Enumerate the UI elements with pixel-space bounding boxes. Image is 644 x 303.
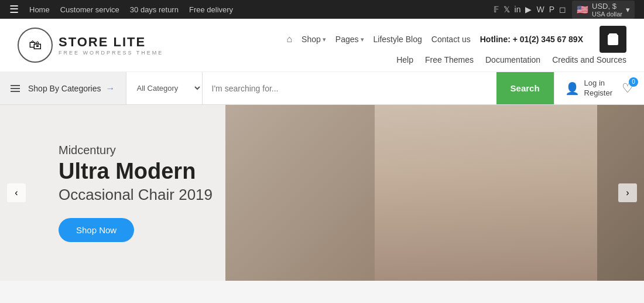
hero-banner: Midcentury Ultra Modern Occasional Chair… xyxy=(0,105,644,281)
social-icons: 𝔽 𝕏 in ▶ W P ◻ xyxy=(494,5,566,14)
search-bar-row: Shop By Categories → All Category Electr… xyxy=(0,72,644,105)
currency-label: USA dollar xyxy=(592,11,622,18)
user-actions: 👤 Log in Register ♡ 0 xyxy=(554,72,644,104)
login-register-button[interactable]: 👤 Log in Register xyxy=(565,79,612,98)
nav-pages[interactable]: Pages xyxy=(335,35,364,44)
top-bar-left: ☰ Home Customer service 30 days return F… xyxy=(9,3,233,16)
youtube-icon[interactable]: ▶ xyxy=(525,5,532,14)
search-input[interactable] xyxy=(203,72,496,104)
hero-content: Midcentury Ultra Modern Occasional Chair… xyxy=(0,144,213,243)
search-area: All Category Electronics Fashion Home Sp… xyxy=(126,72,554,104)
nav-credits-sources[interactable]: Credits and Sources xyxy=(552,55,626,64)
register-label: Register xyxy=(584,88,612,98)
hero-line3: Occasional Chair 2019 xyxy=(59,186,213,204)
hotline-label: Hotline: + 01(2) 345 67 89X xyxy=(480,35,583,44)
header-top-row: ⌂ Shop Pages Lifestyle Blog Contact us H… xyxy=(286,26,626,53)
shop-categories-label: Shop By Categories xyxy=(28,84,101,93)
wishlist-button[interactable]: ♡ 0 xyxy=(622,81,633,96)
linkedin-icon[interactable]: in xyxy=(515,5,521,14)
cart-button[interactable] xyxy=(600,26,626,53)
hero-next-button[interactable]: › xyxy=(618,183,637,202)
header-nav-bottom: Help Free Themes Documentation Credits a… xyxy=(396,55,626,64)
header-nav-top: ⌂ Shop Pages Lifestyle Blog Contact us H… xyxy=(286,34,583,45)
currency-info: USD, $ USA dollar xyxy=(592,2,622,18)
facebook-icon[interactable]: 𝔽 xyxy=(494,5,499,14)
logo-sub-text: FREE WORDPRESS THEME xyxy=(59,50,163,56)
top-bar: ☰ Home Customer service 30 days return F… xyxy=(0,0,644,19)
hotline-number: + 01(2) 345 67 89X xyxy=(513,35,583,44)
user-icon: 👤 xyxy=(565,81,580,96)
nav-home-icon[interactable]: ⌂ xyxy=(286,34,292,45)
hero-person-image xyxy=(375,105,597,281)
nav-contact-us[interactable]: Contact us xyxy=(431,35,471,44)
top-bar-nav: Home Customer service 30 days return Fre… xyxy=(29,5,233,14)
logo-circle: 🛍 xyxy=(18,28,53,63)
top-bar-right: 𝔽 𝕏 in ▶ W P ◻ 🇺🇸 USD, $ USA dollar ▾ xyxy=(494,1,635,19)
cart-icon xyxy=(606,32,620,46)
logo-text: STORE LITE FREE WORDPRESS THEME xyxy=(59,35,163,56)
nav-home[interactable]: Home xyxy=(29,5,50,14)
nav-lifestyle-blog[interactable]: Lifestyle Blog xyxy=(374,35,422,44)
currency-symbol: USD, $ xyxy=(592,2,622,11)
pinterest-icon[interactable]: P xyxy=(549,5,554,14)
nav-shop[interactable]: Shop xyxy=(302,35,326,44)
hero-line2: Ultra Modern xyxy=(59,159,213,184)
category-select[interactable]: All Category Electronics Fashion Home Sp… xyxy=(126,72,203,104)
search-button[interactable]: Search xyxy=(496,72,554,104)
login-text: Log in Register xyxy=(584,79,612,98)
nav-30-days[interactable]: 30 days return xyxy=(130,5,179,14)
currency-selector[interactable]: 🇺🇸 USD, $ USA dollar ▾ xyxy=(572,1,635,19)
nav-documentation[interactable]: Documentation xyxy=(485,55,540,64)
shopping-bag-icon: 🛍 xyxy=(29,38,42,53)
shop-categories[interactable]: Shop By Categories → xyxy=(0,72,126,104)
login-label: Log in xyxy=(584,79,612,88)
twitter-icon[interactable]: 𝕏 xyxy=(503,5,510,14)
hamburger-icon[interactable]: ☰ xyxy=(9,3,19,16)
hero-line1: Midcentury xyxy=(59,144,213,157)
logo: 🛍 STORE LITE FREE WORDPRESS THEME xyxy=(18,28,163,63)
wishlist-badge: 0 xyxy=(629,77,638,87)
flag-icon: 🇺🇸 xyxy=(577,4,588,15)
wordpress-icon[interactable]: W xyxy=(536,5,544,14)
header: 🛍 STORE LITE FREE WORDPRESS THEME ⌂ Shop… xyxy=(0,19,644,72)
categories-list-icon xyxy=(11,85,20,92)
nav-free-themes[interactable]: Free Themes xyxy=(425,55,474,64)
dropdown-arrow-icon: ▾ xyxy=(626,5,630,14)
nav-help[interactable]: Help xyxy=(396,55,413,64)
arrow-right-icon: → xyxy=(106,83,115,94)
logo-main-text: STORE LITE xyxy=(59,35,163,50)
header-right: ⌂ Shop Pages Lifestyle Blog Contact us H… xyxy=(286,26,626,64)
nav-customer-service[interactable]: Customer service xyxy=(60,5,119,14)
shop-now-button[interactable]: Shop Now xyxy=(59,218,134,242)
hero-prev-button[interactable]: ‹ xyxy=(7,183,26,202)
instagram-icon[interactable]: ◻ xyxy=(559,5,566,14)
hero-image xyxy=(225,105,644,281)
nav-free-delivery[interactable]: Free delivery xyxy=(189,5,233,14)
